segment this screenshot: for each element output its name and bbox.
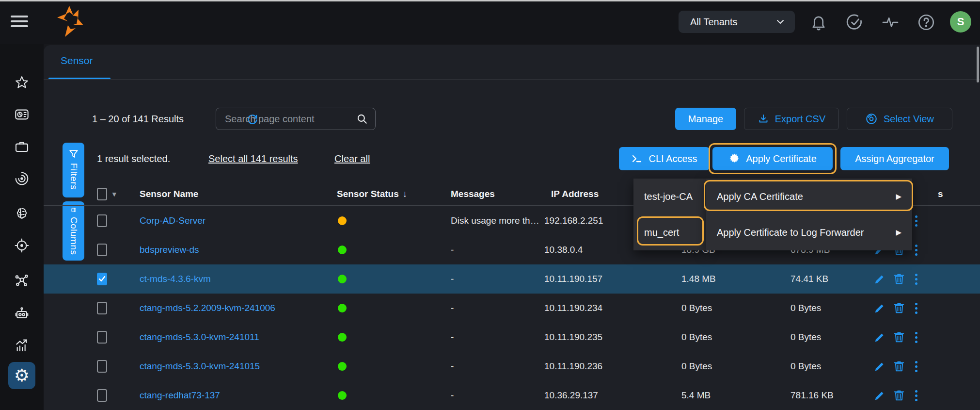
table-row[interactable]: ctang-redhat73-137 - 10.36.29.137 5.4 MB… [44, 381, 980, 410]
hamburger-menu-icon[interactable] [11, 13, 30, 30]
sensor-name-link[interactable]: ctang-redhat73-137 [140, 381, 220, 410]
menu-item-label: mu_cert [644, 227, 679, 238]
delete-trash-icon[interactable] [893, 273, 905, 285]
selection-count-text: 1 result selected. [97, 147, 170, 170]
sensor-name-link[interactable]: ctang-mds-5.2.2009-kvm-241006 [140, 294, 275, 323]
kebab-menu-icon[interactable] [912, 215, 920, 227]
top-bar: All Tenants S [0, 0, 980, 44]
message-cell: Disk usage more th… [451, 206, 539, 235]
row-checkbox[interactable] [97, 244, 107, 256]
size1-cell: 0 Bytes [681, 323, 712, 352]
select-all-checkbox[interactable] [97, 188, 107, 200]
size2-cell: 74.41 KB [790, 264, 828, 294]
menu-item-test-joe-ca[interactable]: test-joe-CA [633, 179, 706, 214]
kebab-menu-icon[interactable] [912, 303, 920, 314]
bar-chart-icon [14, 338, 30, 353]
brand-logo-icon [53, 4, 87, 40]
export-csv-label: Export CSV [775, 114, 825, 125]
sidebar-item-favorites[interactable] [8, 69, 35, 96]
sidebar-item-assets-network[interactable] [8, 267, 35, 294]
activity-pulse-icon[interactable] [881, 13, 900, 32]
row-checkbox[interactable] [97, 331, 107, 344]
kebab-menu-icon[interactable] [912, 245, 920, 256]
status-dot [338, 391, 347, 400]
gear-icon: ⚙ [14, 367, 30, 384]
manage-button[interactable]: Manage [675, 108, 736, 130]
header-messages[interactable]: Messages [451, 182, 495, 206]
user-avatar[interactable]: S [950, 11, 971, 33]
delete-trash-icon[interactable] [893, 302, 905, 314]
size2-cell: 0 Bytes [790, 352, 821, 381]
row-checkbox[interactable] [97, 214, 107, 227]
edit-pencil-icon[interactable] [873, 331, 886, 344]
tenant-selector[interactable]: All Tenants [679, 11, 795, 33]
tasks-check-circle-icon[interactable] [845, 13, 864, 32]
delete-trash-icon[interactable] [893, 331, 905, 344]
vertical-scrollbar[interactable] [977, 47, 979, 82]
top-edge-strip [0, 0, 980, 1]
sensor-name-link[interactable]: bdspreview-ds [140, 235, 199, 264]
sidebar-item-automation[interactable] [8, 300, 35, 327]
select-view-button[interactable]: Select View [847, 108, 952, 130]
header-ip-address[interactable]: IP Address [551, 182, 599, 206]
row-checkbox[interactable] [97, 302, 107, 314]
message-cell: - [451, 235, 454, 264]
sensor-name-link[interactable]: ct-mds-4.3.6-kvm [140, 264, 211, 294]
menu-item-apply-certificate-log-forwarder[interactable]: Apply Certificate to Log Forwarder ▶ [706, 214, 912, 250]
select-all-link[interactable]: Select all 141 results [208, 147, 298, 170]
sensor-name-link[interactable]: Corp-AD-Server [140, 206, 205, 235]
header-truncated: s [938, 182, 943, 206]
delete-trash-icon[interactable] [893, 389, 905, 402]
sidebar-item-ai-investigator[interactable] [8, 200, 35, 227]
table-row[interactable]: ctang-mds-5.3.0-kvm-241015 - 10.11.190.2… [44, 352, 980, 381]
kebab-menu-icon[interactable] [912, 361, 920, 372]
header-sensor-name[interactable]: Sensor Name [140, 182, 198, 206]
table-row[interactable]: ct-mds-4.3.6-kvm - 10.11.190.157 1.48 MB… [44, 264, 980, 294]
edit-pencil-icon[interactable] [873, 360, 886, 373]
sensor-name-link[interactable]: ctang-mds-5.3.0-kvm-241011 [140, 323, 259, 352]
tenant-selector-value: All Tenants [690, 16, 737, 28]
search-box [216, 108, 376, 130]
sort-desc-icon: ↓ [403, 189, 408, 199]
table-row[interactable]: ctang-mds-5.3.0-kvm-241011 - 10.11.190.2… [44, 323, 980, 352]
kebab-menu-icon[interactable] [912, 332, 920, 343]
kebab-menu-icon[interactable] [912, 274, 920, 285]
edit-pencil-icon[interactable] [873, 302, 886, 314]
message-cell: - [451, 264, 454, 294]
menu-item-mu-cert[interactable]: mu_cert [633, 214, 706, 250]
edit-pencil-icon[interactable] [873, 389, 886, 402]
size2-cell: 0 Bytes [790, 294, 821, 323]
table-row[interactable]: ctang-mds-5.2.2009-kvm-241006 - 10.11.19… [44, 294, 980, 323]
sensor-name-link[interactable]: ctang-mds-5.3.0-kvm-241015 [140, 352, 260, 381]
sidebar-item-reports[interactable] [8, 332, 35, 359]
edit-pencil-icon[interactable] [873, 273, 886, 285]
message-cell: - [451, 352, 454, 381]
apply-certificate-menu: Apply CA Certificate ▶ Apply Certificate… [706, 179, 912, 250]
export-csv-button[interactable]: Export CSV [744, 108, 839, 130]
row-checkbox[interactable] [97, 389, 107, 402]
select-view-label: Select View [884, 114, 934, 125]
notifications-bell-icon[interactable] [809, 13, 828, 32]
radar-icon [14, 171, 30, 186]
apply-certificate-button[interactable]: Apply Certificate [712, 147, 833, 170]
sidebar-item-cases[interactable] [8, 133, 35, 160]
search-input[interactable] [225, 114, 356, 125]
header-sensor-status[interactable]: Sensor Status↓ [337, 182, 407, 206]
sidebar-item-dashboards[interactable] [8, 101, 35, 128]
assign-aggregator-button[interactable]: Assign Aggregator [840, 147, 949, 170]
header-caret-icon[interactable]: ▾ [112, 182, 116, 206]
row-checkbox[interactable] [97, 360, 107, 373]
row-checkbox[interactable] [97, 273, 107, 285]
sidebar-item-detections[interactable] [8, 232, 35, 259]
tab-sensor[interactable]: Sensor [61, 55, 93, 66]
assign-aggregator-label: Assign Aggregator [855, 153, 934, 164]
cli-access-button[interactable]: CLI Access [619, 147, 710, 170]
sidebar-item-settings[interactable]: ⚙ [8, 362, 35, 389]
sidebar-item-threat-hunting[interactable] [8, 165, 35, 192]
clear-all-link[interactable]: Clear all [334, 147, 370, 170]
help-icon[interactable] [917, 13, 935, 32]
menu-item-apply-ca-certificate[interactable]: Apply CA Certificate ▶ [706, 179, 912, 214]
star-icon [15, 75, 29, 90]
delete-trash-icon[interactable] [893, 360, 905, 373]
kebab-menu-icon[interactable] [912, 390, 920, 401]
